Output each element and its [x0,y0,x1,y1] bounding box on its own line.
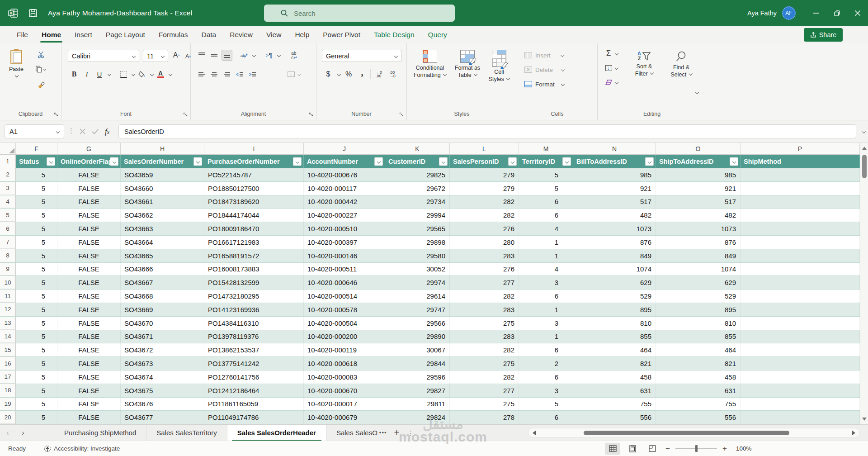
table-column-header-customerid[interactable]: CustomerID [385,155,450,168]
normal-view-button[interactable] [605,443,620,455]
table-column-header-accountnumber[interactable]: AccountNumber [304,155,385,168]
cell[interactable]: 3 [519,276,573,289]
merge-center-button[interactable]: ↔ [286,69,297,80]
filter-button-customerid[interactable] [439,157,448,166]
search-box[interactable]: Search [264,5,455,22]
filter-button-accountnumber[interactable] [374,157,383,166]
column-header-L[interactable]: L [450,143,519,154]
cell[interactable]: 985 [656,168,741,181]
cell[interactable]: 29994 [385,209,450,222]
cell[interactable]: 821 [656,357,741,370]
font-size-combo[interactable]: 11 [143,50,168,62]
cell[interactable]: 482 [573,209,656,222]
zoom-out-button[interactable]: − [665,444,671,453]
cell[interactable]: 3 [519,384,573,397]
insert-function-icon[interactable]: fx [105,127,109,136]
cell[interactable]: 275 [450,357,519,370]
comma-style-button[interactable]: , [357,69,368,80]
ribbon-tab-page-layout[interactable]: Page Layout [99,26,152,43]
column-header-M[interactable]: M [519,143,573,154]
cell[interactable] [741,195,860,209]
cell[interactable] [741,222,860,235]
copy-button[interactable] [35,64,46,75]
cell[interactable]: FALSE [57,290,121,303]
italic-button[interactable]: I [81,69,92,80]
sheet-tab-sales-next[interactable]: Sales SalesO [326,425,378,441]
save-icon[interactable] [26,6,40,20]
cell[interactable]: 10-4020-000646 [304,276,385,289]
cell[interactable]: 29898 [385,236,450,249]
cell[interactable] [741,398,860,411]
cell[interactable]: 1073 [573,222,656,235]
row-header-7[interactable]: 7 [0,236,16,249]
cell[interactable]: 276 [450,222,519,235]
format-painter-button[interactable] [35,79,46,90]
table-row[interactable]: 195FALSESO43676PO1186116505910-4020-0000… [0,398,860,411]
cell[interactable]: 755 [656,398,741,411]
cell[interactable] [741,236,860,249]
cell[interactable]: 29596 [385,370,450,384]
cell[interactable] [741,343,860,356]
cell[interactable]: 282 [450,209,519,222]
close-button[interactable] [847,0,868,26]
new-sheet-button[interactable]: + [394,428,399,438]
cell[interactable]: 921 [656,182,741,195]
ribbon-tab-help[interactable]: Help [288,26,316,43]
table-column-header-shipmethod[interactable]: ShipMethod [741,155,860,168]
cell[interactable]: 5 [16,303,57,316]
delete-cells-button[interactable]: ✕ Delete [524,63,564,76]
cell[interactable]: FALSE [57,263,121,276]
cell[interactable]: 482 [656,209,741,222]
vertical-scroll-thumb[interactable] [862,155,867,178]
cell[interactable]: 30067 [385,343,450,356]
align-middle-button[interactable] [209,50,220,61]
cell[interactable]: PO18009186470 [204,222,304,235]
cell[interactable] [741,303,860,316]
cell[interactable]: SO43670 [121,317,204,330]
cell[interactable]: 458 [573,370,656,384]
cell[interactable]: 5 [16,317,57,330]
column-header-I[interactable]: I [204,143,304,154]
table-row[interactable]: 205FALSESO43677PO1104917478610-4020-0006… [0,411,860,424]
cell[interactable]: 4 [519,222,573,235]
filter-button-shiptoaddressid[interactable] [730,157,738,166]
cell[interactable]: 876 [573,236,656,249]
cell[interactable]: 5 [16,182,57,195]
row-header-6[interactable]: 6 [0,222,16,235]
cell[interactable] [741,290,860,303]
cell[interactable]: SO43672 [121,343,204,356]
table-row[interactable]: 95FALSESO43666PO1600817388310-4020-00051… [0,263,860,276]
accessibility-status[interactable]: Accessibility: Investigate [44,445,120,452]
table-column-header-onlineorderflag[interactable]: OnlineOrderFlag [57,155,121,168]
cell[interactable]: 921 [573,182,656,195]
cell[interactable]: 275 [450,398,519,411]
cell-styles-button[interactable]: CellStyles [485,48,514,85]
cell[interactable]: SO43665 [121,249,204,262]
format-cells-button[interactable]: Format [524,78,564,90]
cell[interactable]: 10-4020-000200 [304,330,385,343]
text-direction-button[interactable]: >¶ [264,50,274,61]
cell[interactable]: 876 [656,236,741,249]
column-header-G[interactable]: G [57,143,121,154]
cell[interactable]: 6 [519,209,573,222]
borders-button[interactable] [118,69,129,80]
cell[interactable]: 5 [16,357,57,370]
cell[interactable]: 458 [656,370,741,384]
ribbon-tab-review[interactable]: Review [223,26,259,43]
find-select-button[interactable]: Find &Select [665,49,698,80]
increase-decimal-button[interactable]: ←0.00 [373,69,384,80]
cell[interactable]: 30052 [385,263,450,276]
increase-font-button[interactable]: A^ [171,50,182,61]
column-header-F[interactable]: F [16,143,57,154]
ribbon-tab-data[interactable]: Data [194,26,223,43]
cell[interactable]: 10-4020-000511 [304,263,385,276]
cell[interactable]: FALSE [57,195,121,209]
formula-input[interactable]: SalesOrderID [118,124,856,138]
column-header-P[interactable]: P [741,143,860,154]
page-break-preview-button[interactable] [645,443,660,455]
cell[interactable]: FALSE [57,411,121,424]
share-button[interactable]: Share [804,28,843,42]
cell[interactable]: FALSE [57,370,121,384]
cell[interactable]: 10-4020-000670 [304,384,385,397]
more-sheets-button[interactable]: ••• [379,429,387,436]
